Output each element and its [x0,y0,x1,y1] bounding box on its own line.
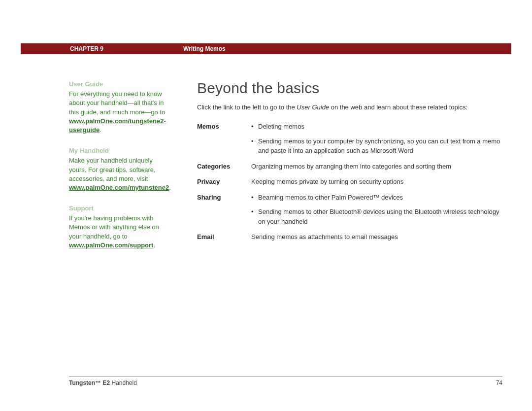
topic-desc: Keeping memos private by turning on secu… [251,177,502,193]
footer-product: Tungsten™ E2 Handheld [69,379,137,386]
topic-row-email: Email Sending memos as attachments to em… [197,232,502,248]
topic-label: Privacy [197,177,251,193]
sidebar-link-myhandheld[interactable]: www.palmOne.com/mytunstene2 [69,184,169,191]
chapter-label: CHAPTER 9 [21,45,183,52]
sidebar-after: . [100,126,101,134]
chapter-header: CHAPTER 9 Writing Memos [21,43,511,54]
sidebar-heading: Support [69,204,169,213]
topics-table: Memos Deleting memos Sending memos to yo… [197,122,502,248]
sidebar-section-support: Support If you're having problems with M… [69,204,169,250]
content: Beyond the basics Click the link to the … [183,80,502,262]
sidebar-text: For everything you need to know about yo… [69,90,165,115]
footer-page-number: 74 [496,379,502,386]
sidebar-text: If you're having problems with Memos or … [69,214,159,240]
topic-desc: Beaming memos to other Palm Powered™ dev… [251,193,502,233]
topic-label: Email [197,232,251,248]
intro-pre: Click the link to the left to go to the [197,103,297,111]
topic-bullet: Sending memos to your computer by synchr… [251,137,502,156]
intro-text: Click the link to the left to go to the … [197,103,502,111]
intro-italic: User Guide [297,103,329,111]
topic-label: Categories [197,162,251,177]
topic-row-privacy: Privacy Keeping memos private by turning… [197,177,502,193]
sidebar-after: . [153,241,155,249]
sidebar-section-user-guide: User Guide For everything you need to kn… [69,80,169,135]
sidebar-link-userguide[interactable]: www.palmOne.com/tungstene2-userguide [69,117,166,134]
topic-row-sharing: Sharing Beaming memos to other Palm Powe… [197,193,502,233]
sidebar-link-support[interactable]: www.palmOne.com/support [69,241,153,249]
footer-product-rest: Handheld [110,379,137,386]
page-title: Beyond the basics [197,80,502,97]
topic-row-memos: Memos Deleting memos Sending memos to yo… [197,122,502,162]
topic-label: Memos [197,122,251,162]
topic-desc: Deleting memos Sending memos to your com… [251,122,502,162]
intro-post: on the web and learn about these related… [329,103,467,111]
topic-desc: Organizing memos by arranging them into … [251,162,502,177]
footer-product-bold: Tungsten™ E2 [69,379,110,386]
topic-label: Sharing [197,193,251,233]
sidebar: User Guide For everything you need to kn… [69,80,183,262]
topic-bullet: Deleting memos [251,122,502,132]
sidebar-heading: User Guide [69,80,169,89]
topic-row-categories: Categories Organizing memos by arranging… [197,162,502,177]
sidebar-section-my-handheld: My Handheld Make your handheld uniquely … [69,146,169,192]
footer: Tungsten™ E2 Handheld 74 [69,376,502,386]
topic-desc: Sending memos as attachments to email me… [251,232,502,248]
main-area: User Guide For everything you need to kn… [69,80,502,262]
chapter-title: Writing Memos [183,45,226,52]
topic-bullet: Sending memos to other Bluetooth® device… [251,207,502,226]
sidebar-text: Make your handheld uniquely yours. For g… [69,157,156,182]
sidebar-after: . [169,184,171,191]
sidebar-heading: My Handheld [69,146,169,155]
topic-bullet: Beaming memos to other Palm Powered™ dev… [251,193,502,203]
